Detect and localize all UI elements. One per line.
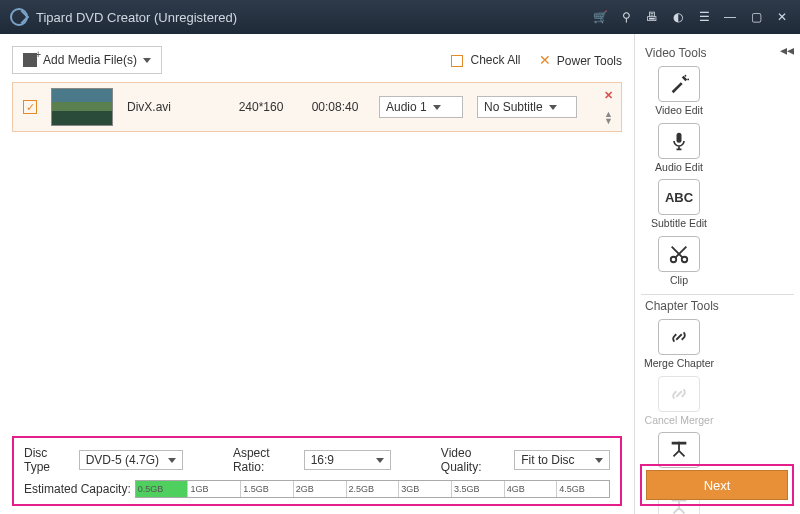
unlink-icon [658, 376, 700, 412]
body: Add Media File(s) Check All ✕ Power Tool… [0, 34, 800, 514]
aspect-ratio-select[interactable]: 16:9 [304, 450, 391, 470]
help-icon[interactable]: ◐ [670, 9, 686, 25]
add-media-icon [23, 53, 37, 67]
video-quality-value: Fit to Disc [521, 453, 574, 467]
tick: 3GB [398, 481, 451, 497]
cancel-merger-button: Cancel Merger [643, 376, 715, 427]
video-edit-label: Video Edit [655, 105, 703, 117]
tick: 1GB [187, 481, 240, 497]
check-all[interactable]: Check All [451, 53, 520, 67]
capacity-ticks: 0.5GB 1GB 1.5GB 2GB 2.5GB 3GB 3.5GB 4GB … [136, 481, 609, 497]
disc-type-value: DVD-5 (4.7G) [86, 453, 159, 467]
power-tools-label: Power Tools [557, 54, 622, 68]
capacity-label: Estimated Capacity: [24, 482, 131, 496]
remove-row-button[interactable]: ✕ [604, 89, 613, 102]
close-icon[interactable]: ✕ [774, 9, 790, 25]
video-quality-label: Video Quality: [441, 446, 504, 474]
filename: DivX.avi [127, 100, 217, 114]
maximize-icon[interactable]: ▢ [748, 9, 764, 25]
aspect-ratio-label: Aspect Ratio: [233, 446, 294, 474]
hide-sidebar-button[interactable]: ◂◂ [780, 42, 794, 58]
main-topbar: Add Media File(s) Check All ✕ Power Tool… [12, 44, 622, 76]
chevron-down-icon [143, 58, 151, 63]
tick: 4.5GB [556, 481, 609, 497]
capacity-bar: 0.5GB 1GB 1.5GB 2GB 2.5GB 3GB 3.5GB 4GB … [135, 480, 610, 498]
separator [641, 294, 794, 295]
window-title: Tipard DVD Creator (Unregistered) [36, 10, 237, 25]
merge-chapter-label: Merge Chapter [644, 358, 714, 370]
clip-button[interactable]: Clip [643, 236, 715, 287]
video-quality-select[interactable]: Fit to Disc [514, 450, 610, 470]
cart-icon[interactable]: 🛒 [592, 9, 608, 25]
titlebar: Tipard DVD Creator (Unregistered) 🛒 ⚲ 🖶 … [0, 0, 800, 34]
subtitle-edit-label: Subtitle Edit [651, 218, 707, 230]
minimize-icon[interactable]: — [722, 9, 738, 25]
next-button[interactable]: Next [646, 470, 788, 500]
sidebar: ◂◂ Video Tools Video Edit Audio Edit ABC… [634, 34, 800, 514]
cancel-merger-label: Cancel Merger [645, 415, 714, 427]
video-edit-button[interactable]: Video Edit [643, 66, 715, 117]
clip-label: Clip [670, 275, 688, 287]
tick: 4GB [504, 481, 557, 497]
media-row[interactable]: DivX.avi 240*160 00:08:40 Audio 1 No Sub… [12, 82, 622, 132]
checkbox-icon [451, 55, 463, 67]
merge-chapter-button[interactable]: Merge Chapter [643, 319, 715, 370]
tick: 1.5GB [240, 481, 293, 497]
menu-icon[interactable]: ☰ [696, 9, 712, 25]
disc-type-label: Disc Type [24, 446, 69, 474]
add-media-button[interactable]: Add Media File(s) [12, 46, 162, 74]
subtitle-value: No Subtitle [484, 100, 543, 114]
video-thumbnail [51, 88, 113, 126]
duration: 00:08:40 [305, 100, 365, 114]
abc-icon: ABC [658, 179, 700, 215]
topbar-right: Check All ✕ Power Tools [451, 52, 622, 68]
main-panel: Add Media File(s) Check All ✕ Power Tool… [0, 34, 634, 514]
svg-point-0 [685, 75, 687, 77]
add-media-label: Add Media File(s) [43, 53, 137, 67]
disc-type-select[interactable]: DVD-5 (4.7G) [79, 450, 183, 470]
row-checkbox[interactable] [23, 100, 37, 114]
power-tools-button[interactable]: ✕ Power Tools [539, 52, 623, 68]
svg-rect-5 [672, 442, 687, 445]
chapter-tools-title: Chapter Tools [645, 299, 794, 313]
chevron-down-icon [595, 458, 603, 463]
print-icon[interactable]: 🖶 [644, 9, 660, 25]
svg-rect-2 [677, 132, 682, 142]
check-all-label: Check All [470, 53, 520, 67]
resolution: 240*160 [231, 100, 291, 114]
key-icon[interactable]: ⚲ [618, 9, 634, 25]
tick: 3.5GB [451, 481, 504, 497]
window-controls: 🛒 ⚲ 🖶 ◐ ☰ — ▢ ✕ [592, 9, 790, 25]
reorder-arrows[interactable]: ▲▼ [604, 111, 613, 125]
audio-track-value: Audio 1 [386, 100, 427, 114]
tick: 2GB [293, 481, 346, 497]
audio-edit-label: Audio Edit [655, 162, 703, 174]
audio-edit-button[interactable]: Audio Edit [643, 123, 715, 174]
audio-track-select[interactable]: Audio 1 [379, 96, 463, 118]
tick: 2.5GB [346, 481, 399, 497]
svg-point-1 [687, 79, 689, 81]
capacity-row: Estimated Capacity: 0.5GB 1GB 1.5GB 2GB … [24, 480, 610, 498]
video-tools-grid: Video Edit Audio Edit ABC Subtitle Edit … [641, 66, 794, 286]
video-tools-title: Video Tools [645, 46, 794, 60]
app-logo-icon [10, 8, 28, 26]
power-tools-icon: ✕ [539, 52, 551, 68]
chevron-down-icon [549, 105, 557, 110]
chevron-down-icon [376, 458, 384, 463]
scissors-icon [658, 236, 700, 272]
tick: 0.5GB [136, 481, 188, 497]
subtitle-edit-button[interactable]: ABC Subtitle Edit [643, 179, 715, 230]
aspect-ratio-value: 16:9 [311, 453, 334, 467]
bottom-panel: Disc Type DVD-5 (4.7G) Aspect Ratio: 16:… [12, 436, 622, 506]
output-settings-row: Disc Type DVD-5 (4.7G) Aspect Ratio: 16:… [24, 446, 610, 474]
wand-icon [658, 66, 700, 102]
chevron-down-icon [168, 458, 176, 463]
chevron-down-icon [433, 105, 441, 110]
split-icon [658, 432, 700, 468]
next-wrap: Next [640, 464, 794, 506]
microphone-icon [658, 123, 700, 159]
link-icon [658, 319, 700, 355]
subtitle-select[interactable]: No Subtitle [477, 96, 577, 118]
